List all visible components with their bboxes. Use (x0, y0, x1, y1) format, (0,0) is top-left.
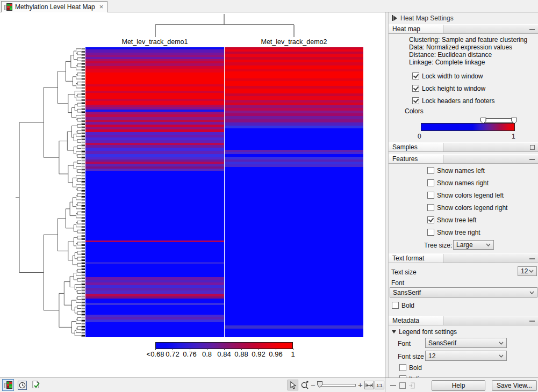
checkbox-show-names-left[interactable] (427, 167, 434, 174)
zoom-out-minus[interactable]: − (311, 381, 315, 390)
checkbox-show-tree-right[interactable] (427, 229, 434, 236)
section-header-metadata[interactable]: Metadata (389, 316, 538, 325)
checkbox-show-tree-left[interactable] (427, 216, 434, 223)
section-header-features[interactable]: Features (389, 154, 538, 164)
zoom-in-plus[interactable]: + (358, 380, 363, 389)
chevron-down-icon (529, 291, 534, 294)
collapse-section-icon[interactable] (529, 29, 535, 30)
legend-tick-label: 0.96 (269, 350, 282, 358)
expand-section-icon[interactable] (530, 145, 535, 150)
legend-font-label: Font (398, 340, 411, 347)
expand-all-icon[interactable] (399, 382, 406, 389)
legend-font-settings-toggle[interactable]: Legend font settings (392, 328, 457, 336)
heatmap-column-1[interactable] (85, 47, 225, 337)
checkbox-lock-height-label: Lock height to window (422, 85, 485, 92)
collapse-section-icon[interactable] (529, 159, 535, 160)
help-button[interactable]: Help (432, 380, 485, 391)
zoom-tool-button[interactable] (299, 380, 310, 390)
gradient-range-connector[interactable] (483, 118, 514, 123)
checkbox-show-colors-legend-left[interactable] (427, 192, 434, 199)
font-select[interactable]: SansSerif (390, 287, 537, 297)
section-tab-text-format[interactable]: Text format (389, 254, 443, 263)
status-bar: − + 1:1 Help Save View... (0, 378, 538, 392)
section-header-heat-map[interactable]: Heat map (389, 24, 538, 34)
color-gradient-editor[interactable] (421, 118, 515, 139)
checkbox-lock-width-label: Lock width to window (422, 72, 483, 80)
text-size-value: 12 (521, 267, 528, 275)
linkage-info: Linkage: Complete linkage (409, 59, 485, 66)
magnifier-icon (300, 381, 309, 389)
chevron-down-icon (499, 354, 504, 358)
legend-tick-label: 0.84 (217, 350, 231, 358)
chevron-down-icon (486, 243, 491, 246)
tab-bar: Methylation Level Heat Map × (0, 0, 538, 12)
dock-panel-icon[interactable] (408, 382, 415, 389)
one-to-one-label: 1:1 (376, 383, 382, 388)
legend-font-select[interactable]: SansSerif (425, 338, 507, 348)
checkbox-show-names-right-label: Show names right (437, 179, 489, 187)
row-dendrogram (4, 47, 85, 337)
fit-width-button[interactable] (364, 381, 374, 389)
legend-tick-label: 0.8 (202, 350, 212, 358)
data-info: Data: Normalized expression values (409, 43, 512, 51)
collapse-section-icon[interactable] (529, 258, 535, 259)
heatmap-column-2[interactable] (225, 47, 363, 337)
chevron-down-icon (499, 342, 504, 345)
heatmap-grid[interactable] (85, 47, 363, 337)
zoom-100-button[interactable]: 1:1 (375, 381, 384, 389)
collapse-panel-icon[interactable] (392, 15, 397, 21)
heatmap-icon (4, 381, 12, 389)
legend-tick-label: 0.76 (183, 350, 196, 358)
section-header-text-format[interactable]: Text format (389, 253, 538, 263)
heatmap-settings-panel: Heat Map Settings Heat map Clustering: S… (388, 12, 538, 378)
tree-size-label: Tree size: (424, 242, 452, 249)
checkbox-lock-height[interactable] (412, 85, 419, 92)
text-size-select[interactable]: 12 (518, 266, 537, 276)
checkbox-show-colors-legend-left-label: Show colors legend left (437, 192, 504, 199)
checkbox-bold[interactable] (392, 302, 399, 309)
section-tab-metadata[interactable]: Metadata (389, 316, 443, 325)
section-header-samples[interactable]: Samples (389, 142, 538, 152)
checkbox-legend-bold[interactable] (399, 364, 406, 371)
checkbox-show-colors-legend-right[interactable] (427, 204, 434, 211)
legend-font-settings-label: Legend font settings (399, 328, 457, 336)
pointer-tool-button[interactable] (288, 380, 298, 390)
section-tab-samples[interactable]: Samples (389, 143, 443, 151)
history-view-button[interactable] (16, 379, 28, 391)
tab-methylation-heatmap[interactable]: Methylation Level Heat Map × (1, 1, 107, 12)
triangle-down-icon (392, 330, 396, 333)
checkbox-show-names-right[interactable] (427, 179, 434, 186)
checkbox-lock-headers-label: Lock headers and footers (422, 97, 494, 105)
settings-panel-header[interactable]: Heat Map Settings (389, 12, 538, 24)
section-tab-heat-map[interactable]: Heat map (389, 25, 443, 33)
statusbar-separator (385, 378, 385, 392)
checkbox-show-colors-legend-right-label: Show colors legend right (437, 204, 507, 212)
tab-close-icon[interactable]: × (99, 4, 104, 10)
clustering-info: Clustering: Sample and feature clusterin… (409, 36, 527, 43)
checkbox-lock-width[interactable] (412, 72, 419, 79)
tab-title: Methylation Level Heat Map (15, 3, 95, 11)
collapse-section-icon[interactable] (529, 321, 535, 322)
legend-font-size-label: Font size (398, 353, 424, 360)
gradient-max-label: 1 (512, 133, 515, 140)
tree-size-select[interactable]: Large (453, 240, 494, 250)
column-dendrogram (0, 12, 385, 38)
color-gradient-bar[interactable] (421, 123, 515, 131)
checkbox-bold-label: Bold (401, 302, 414, 309)
legend-font-size-select[interactable]: 12 (425, 351, 507, 361)
zoom-slider-handle[interactable] (317, 381, 322, 388)
legend-tick-label: 0.88 (234, 350, 248, 358)
checkbox-show-names-left-label: Show names left (437, 167, 485, 175)
save-view-button[interactable]: Save View... (492, 380, 537, 391)
zoom-slider-track[interactable] (318, 384, 356, 387)
font-label: Font (391, 279, 404, 287)
section-tab-features[interactable]: Features (389, 155, 443, 163)
heatmap-view-button[interactable] (2, 379, 14, 391)
column-label-2: Met_lev_track_demo2 (229, 38, 358, 46)
legend-tick-label: 1 (291, 350, 295, 358)
legend-font-size-value: 12 (428, 352, 435, 360)
collapse-all-icon[interactable] (390, 385, 396, 386)
element-info-button[interactable] (30, 379, 42, 391)
checkbox-lock-headers[interactable] (412, 97, 419, 104)
heatmap-view: Met_lev_track_demo1 Met_lev_track_demo2 … (0, 12, 385, 378)
